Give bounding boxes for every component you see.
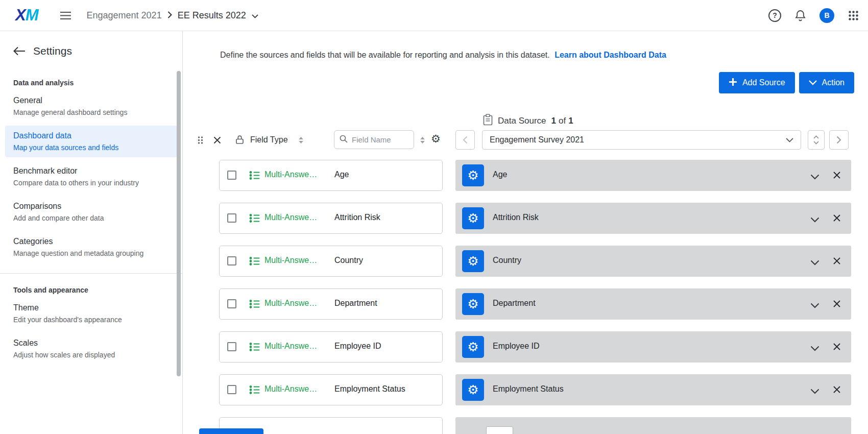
sidebar-item-comparisons[interactable]: Comparisons Add and compare other data [5,196,177,228]
gear-icon: ⚙ [467,298,478,310]
remove-field-icon[interactable] [833,343,841,353]
sidebar-item-desc: Map your data sources and fields [13,143,169,152]
field-name-text[interactable]: Department [334,299,377,308]
gear-icon: ⚙ [467,212,478,225]
remove-field-icon[interactable] [833,171,841,181]
avatar-initial: B [824,11,829,19]
sidebar-item-benchmark-editor[interactable]: Benchmark editor Compare data to others … [5,161,177,192]
breadcrumb-parent[interactable]: Engagement 2021 [87,10,162,21]
chevron-down-icon[interactable] [810,173,819,182]
remove-field-icon[interactable] [833,257,841,267]
chevron-down-icon[interactable] [810,258,819,268]
action-button[interactable]: Action [799,72,854,93]
row-checkbox[interactable] [227,385,236,394]
add-field-button-partial[interactable] [199,428,263,434]
field-card: Multi-Answe… Attrition Risk [219,203,443,234]
field-settings-button[interactable]: ⚙ [462,164,484,186]
topbar-actions: ? B [768,8,859,23]
sidebar-item-label: Dashboard data [13,131,169,140]
mapped-field-card: ⚙ Employment Status [455,374,851,405]
field-type-text[interactable]: Multi-Answe… [264,342,317,351]
field-name-text[interactable]: Country [334,256,363,265]
next-source-button[interactable] [829,130,849,150]
hamburger-menu-icon[interactable] [60,11,71,20]
field-list-settings-gear-icon[interactable]: ⚙ [431,132,441,145]
mapped-field-card: ⚙ Country [455,246,851,277]
app-grid-icon[interactable] [848,10,859,21]
field-row-partial [183,417,868,434]
sidebar-item-theme[interactable]: Theme Edit your dashboard's appearance [5,298,177,329]
field-row: Multi-Answe… Country ⚙ Country [183,246,868,277]
data-source-count: 1of1 [551,116,573,126]
sidebar-item-dashboard-data[interactable]: Dashboard data Map your data sources and… [5,126,177,157]
field-name-text[interactable]: Age [334,170,349,179]
lock-icon [235,135,244,147]
field-row: Multi-Answe… Department ⚙ Department [183,288,868,320]
mapped-field-name: Employee ID [493,342,540,351]
clear-selection-icon[interactable] [213,136,221,144]
field-settings-button[interactable]: ⚙ [462,379,484,401]
source-order-stepper[interactable] [808,130,825,150]
notifications-bell-icon[interactable] [795,10,806,21]
row-checkbox[interactable] [227,342,236,351]
settings-header: Settings [0,31,182,57]
section-tools-and-appearance: Tools and appearance [13,286,169,294]
learn-about-dashboard-data-link[interactable]: Learn about Dashboard Data [554,51,666,59]
row-checkbox[interactable] [227,299,236,308]
drag-handle-icon[interactable] [197,136,204,147]
sidebar-item-label: Comparisons [13,202,169,211]
section-data-and-analysis: Data and analysis [13,79,169,87]
sidebar-item-label: Benchmark editor [13,166,169,176]
multi-answer-icon [249,171,260,182]
field-type-text[interactable]: Multi-Answe… [264,170,317,179]
sidebar-item-label: General [13,96,169,105]
field-card: Multi-Answe… Department [219,288,443,320]
breadcrumb-current[interactable]: EE Results 2022 [178,10,246,21]
remove-field-icon[interactable] [833,214,841,224]
field-settings-button[interactable]: ⚙ [462,336,484,358]
mapped-field-card: ⚙ Attrition Risk [455,203,851,234]
field-type-text[interactable]: Multi-Answe… [264,384,317,394]
multi-answer-icon [249,256,260,268]
gear-icon: ⚙ [467,383,478,396]
chevron-down-icon[interactable] [810,387,819,396]
data-source-label: Data Source [498,116,546,126]
field-row: Multi-Answe… Age ⚙ Age [183,160,868,191]
sidebar-item-general[interactable]: General Manage general dashboard setting… [5,90,177,122]
field-settings-button[interactable]: ⚙ [462,293,484,315]
field-settings-button[interactable]: ⚙ [462,207,484,229]
back-arrow-icon[interactable] [13,46,26,56]
field-type-text[interactable]: Multi-Answe… [264,256,317,265]
row-checkbox[interactable] [227,171,236,180]
sort-field-name-icon[interactable] [420,136,425,146]
previous-source-button[interactable] [455,130,475,150]
source-select[interactable]: Engagement Survey 2021 [482,130,801,150]
remove-field-icon[interactable] [833,385,841,396]
xm-logo[interactable]: X M [15,6,38,25]
row-checkbox[interactable] [227,256,236,266]
field-name-text[interactable]: Employment Status [334,384,405,394]
field-type-text[interactable]: Multi-Answe… [264,213,317,222]
avatar[interactable]: B [819,8,834,23]
sort-field-type-icon[interactable] [298,136,304,146]
logo-m: M [26,6,38,25]
add-source-button[interactable]: Add Source [719,72,795,93]
help-icon[interactable]: ? [768,9,781,22]
gear-icon: ⚙ [467,341,478,353]
chevron-down-icon[interactable] [810,215,819,225]
sidebar-item-scales[interactable]: Scales Adjust how scales are displayed [5,333,177,365]
chevron-down-icon[interactable] [810,344,819,353]
field-name-search-input[interactable] [352,135,408,144]
sidebar-item-categories[interactable]: Categories Manage question and metadata … [5,231,177,263]
field-name-text[interactable]: Attrition Risk [334,213,380,222]
breadcrumb-separator-icon [167,10,172,21]
sidebar-scrollbar[interactable] [177,71,181,376]
row-checkbox[interactable] [227,213,236,223]
remove-field-icon[interactable] [833,300,841,310]
field-type-text[interactable]: Multi-Answe… [264,299,317,308]
field-settings-button[interactable]: ⚙ [462,250,484,272]
breadcrumb-caret-down-icon[interactable] [252,10,258,21]
field-name-text[interactable]: Employee ID [334,342,381,351]
chevron-down-icon[interactable] [810,301,819,310]
partial-control[interactable] [486,426,513,434]
